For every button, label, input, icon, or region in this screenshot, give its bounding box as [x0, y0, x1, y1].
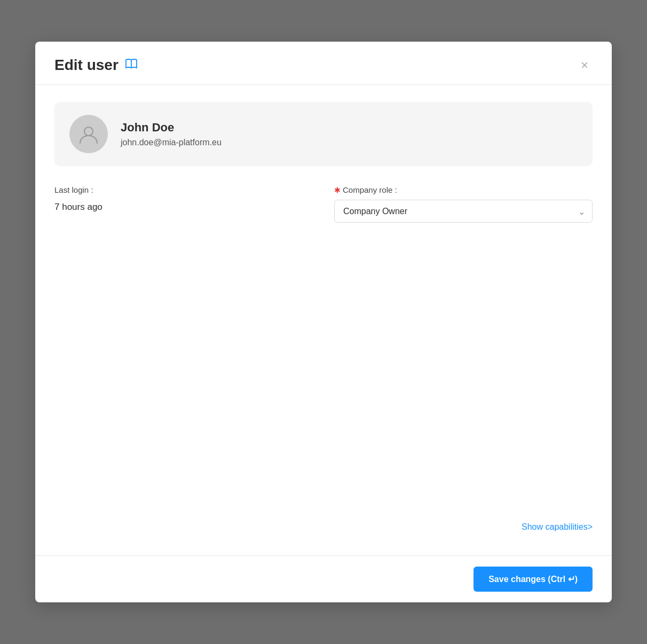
footer-actions: Show capabilities> — [54, 522, 593, 538]
last-login-value: 7 hours ago — [54, 202, 313, 213]
svg-point-1 — [84, 127, 93, 136]
role-select-wrapper: Company Owner Developer Reporter Guest ⌄ — [334, 200, 593, 223]
user-email: john.doe@mia-platform.eu — [121, 138, 222, 147]
company-role-group: ✱ Company role : Company Owner Developer… — [334, 185, 593, 223]
required-star: ✱ — [334, 186, 341, 194]
edit-user-modal: Edit user × John — [35, 42, 612, 602]
last-login-label: Last login : — [54, 185, 313, 194]
modal-body: John Doe john.doe@mia-platform.eu Last l… — [35, 85, 612, 555]
company-role-label: ✱ Company role : — [334, 185, 593, 194]
modal-footer: Save changes (Ctrl ↵) — [35, 555, 612, 602]
company-role-select[interactable]: Company Owner Developer Reporter Guest — [334, 200, 593, 223]
modal-title: Edit user — [54, 57, 119, 74]
modal-header: Edit user × — [35, 42, 612, 85]
avatar — [69, 115, 108, 153]
overlay: Edit user × John — [0, 0, 647, 644]
fields-row: Last login : 7 hours ago ✱ Company role … — [54, 185, 593, 223]
modal-title-group: Edit user — [54, 57, 138, 74]
user-card: John Doe john.doe@mia-platform.eu — [54, 102, 593, 166]
user-name: John Doe — [121, 121, 222, 135]
show-capabilities-button[interactable]: Show capabilities> — [522, 522, 593, 532]
last-login-group: Last login : 7 hours ago — [54, 185, 313, 213]
user-info: John Doe john.doe@mia-platform.eu — [121, 121, 222, 147]
book-icon[interactable] — [125, 58, 138, 72]
save-changes-button[interactable]: Save changes (Ctrl ↵) — [474, 567, 593, 592]
close-button[interactable]: × — [577, 57, 593, 74]
